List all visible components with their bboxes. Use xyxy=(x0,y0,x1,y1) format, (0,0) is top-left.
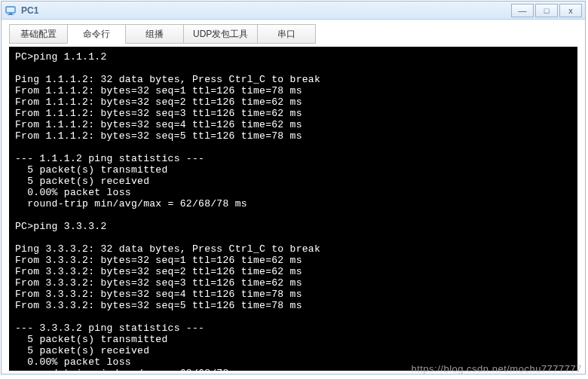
minimize-button[interactable]: — xyxy=(511,4,534,17)
window-content: 基础配置 命令行 组播 UDP发包工具 串口 PC>ping 1.1.1.2 P… xyxy=(2,20,585,374)
tab-multicast[interactable]: 组播 xyxy=(125,24,184,44)
tab-bar: 基础配置 命令行 组播 UDP发包工具 串口 xyxy=(9,24,577,44)
tab-serial[interactable]: 串口 xyxy=(257,24,316,44)
svg-rect-1 xyxy=(9,13,12,14)
svg-rect-0 xyxy=(6,7,15,13)
titlebar[interactable]: PC1 — □ x xyxy=(2,2,585,20)
tab-command-line[interactable]: 命令行 xyxy=(67,24,126,44)
maximize-button[interactable]: □ xyxy=(535,4,558,17)
pc-icon xyxy=(5,5,17,17)
window-title: PC1 xyxy=(21,5,510,16)
tab-basic-config[interactable]: 基础配置 xyxy=(9,24,68,44)
window-controls: — □ x xyxy=(510,4,582,17)
svg-rect-2 xyxy=(8,14,14,15)
tab-udp-tool[interactable]: UDP发包工具 xyxy=(183,24,258,44)
close-button[interactable]: x xyxy=(559,4,582,17)
app-window: PC1 — □ x 基础配置 命令行 组播 UDP发包工具 串口 PC>ping… xyxy=(1,1,586,374)
terminal-output[interactable]: PC>ping 1.1.1.2 Ping 1.1.1.2: 32 data by… xyxy=(9,47,577,371)
